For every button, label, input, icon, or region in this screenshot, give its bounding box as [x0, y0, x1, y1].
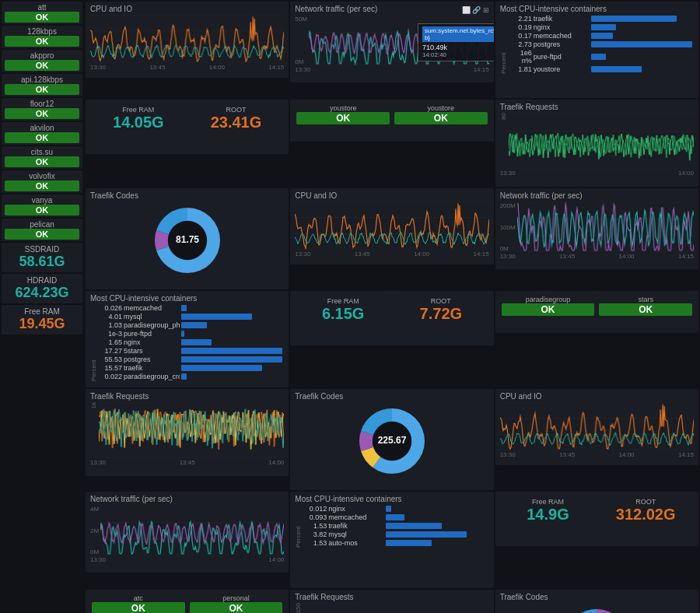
- metric-panel-col2: Free RAM 14.9G ROOT 312.02G: [495, 492, 698, 546]
- traefik-requests-col0: Traefik Requests 80 13:3014:00: [495, 100, 698, 187]
- cpu-bars-col2: Most CPU-intensive containers Percent 0.…: [290, 492, 493, 588]
- traefik-requests-col2: Traefik Requests 150 13:3014:00: [290, 590, 493, 613]
- ssdraid-metric: SSDRAID 58.61G: [2, 243, 82, 272]
- cpu-chart-col2: CPU and IO 13:3013:4514:0014:15: [495, 389, 698, 465]
- cpu-bars-col1: Most CPU-intensive containers Percent 0.…: [86, 291, 289, 387]
- status-cell-2: youstore OK: [393, 103, 489, 126]
- cpu-bar-row: 0.022 paradisegroup_cron: [100, 373, 284, 380]
- cpu-bar-row: 1e-3 pure-ftpd: [100, 330, 284, 338]
- metric-panel-col1: Free RAM 6.15G ROOT 7.72G: [290, 291, 493, 345]
- cpu-bar-row: 1e6 n% pure-ftpd: [510, 49, 694, 65]
- cpu-bar-row: 1.65 nginx: [100, 338, 284, 346]
- freeram-cell: Free RAM 14.05G: [90, 103, 187, 134]
- net-chart-col0: Network traffic (per sec) ⬜ 🔗 ⊞ 50M0M su…: [290, 2, 493, 82]
- status-panel-col1: paradisegroup OK stars OK: [495, 291, 698, 333]
- cpu-bars-col0: Most CPU-intensive containers Percent 2.…: [495, 2, 698, 98]
- traefik-codes-col0: Traefik Codes: [86, 188, 289, 289]
- root-cell: ROOT 312.02G: [597, 495, 694, 526]
- root-cell: ROOT 23.41G: [188, 103, 285, 134]
- cpu-bar-row: 1.81 youstore: [510, 65, 694, 73]
- cpu-bar-row: 0.093 memcached: [305, 513, 488, 521]
- sidebar-item-pelican[interactable]: pelican OK: [2, 219, 82, 241]
- status-panel-col2: atc OK personal OK: [86, 590, 289, 613]
- sidebar-freeram-metric: Free RAM 19.45G: [2, 305, 82, 335]
- sidebar-item-vanya[interactable]: vanya OK: [2, 194, 82, 217]
- main-dashboard: CPU and IO 13:3013:4514:0014:15 Network …: [84, 0, 700, 613]
- sidebar-item-128kbps[interactable]: 128kbps OK: [2, 26, 82, 48]
- metric-panel-col0: Free RAM 14.05G ROOT 23.41G: [86, 100, 289, 154]
- cpu-bar-row: 15.57 traefik: [100, 364, 284, 372]
- traefik-codes-col2: Traefik Codes: [495, 590, 698, 613]
- sidebar-item-volvofix[interactable]: volvofix OK: [2, 170, 82, 193]
- cpu-bar-row: 1.53 traefik: [305, 522, 488, 530]
- cpu-bar-row: 3.82 mysql: [305, 531, 488, 538]
- net-chart-col1: Network traffic (per sec) 200M100M0M 13:…: [495, 188, 698, 269]
- cpu-bar-row: 1.53 auto-mos: [305, 539, 488, 547]
- sidebar-item-citssu[interactable]: cits.su OK: [2, 146, 82, 169]
- sidebar: att OK 128kbps OK akppro OK api.128kbps …: [0, 0, 84, 613]
- cpu-bar-row: 55.53 postgres: [100, 356, 284, 363]
- cpu-bar-row: 0.026 memcached: [100, 304, 284, 312]
- cpu-chart-col0: CPU and IO 13:3013:4514:0014:15: [86, 2, 289, 78]
- traefik-codes-col1: Traefik Codes: [290, 389, 493, 490]
- status-cell-2: stars OK: [597, 294, 694, 317]
- cpu-bar-row: 2.73 postgres: [510, 40, 694, 48]
- status-panel-col0: youstore OK youstore OK: [290, 100, 493, 142]
- status-cell-1: youstore OK: [295, 103, 391, 126]
- cpu-bar-row: 1.03 paradisegroup_php: [100, 321, 284, 329]
- sidebar-item-akvilon[interactable]: akvilon OK: [2, 122, 82, 145]
- status-cell-1: atc OK: [90, 593, 187, 613]
- root-cell: ROOT 7.72G: [393, 294, 489, 325]
- sidebar-item-akppro[interactable]: akppro OK: [2, 50, 82, 72]
- hdraid-metric: HDRAID 624.23G: [2, 274, 82, 303]
- sidebar-item-api128kbps[interactable]: api.128kbps OK: [2, 74, 82, 96]
- cpu-bar-row: 0.19 nginx: [510, 23, 694, 31]
- cpu-bar-row: 0.17 memcached: [510, 32, 694, 40]
- cpu-bar-row: 2.21 traefik: [510, 15, 694, 23]
- sidebar-item-floor12[interactable]: floor12 OK: [2, 98, 82, 121]
- cpu-chart-col1: CPU and IO 13:3013:4514:0014:15: [290, 188, 493, 264]
- cpu-bar-row: 17.27 5stars: [100, 347, 284, 355]
- freeram-cell: Free RAM 6.15G: [295, 294, 391, 325]
- cpu-bar-row: 0.012 nginx: [305, 505, 488, 513]
- traefik-requests-col1: Traefik Requests 1k 13:3013:4514:00: [86, 389, 289, 476]
- status-cell-1: paradisegroup OK: [500, 294, 597, 317]
- sidebar-item-att[interactable]: att OK: [2, 2, 82, 24]
- status-cell-2: personal OK: [188, 593, 285, 613]
- net-chart-col2: Network traffic (per sec) 4M2M0M 13:3014…: [86, 492, 289, 573]
- freeram-cell: Free RAM 14.9G: [500, 495, 597, 526]
- cpu-bar-row: 4.01 mysql: [100, 313, 284, 321]
